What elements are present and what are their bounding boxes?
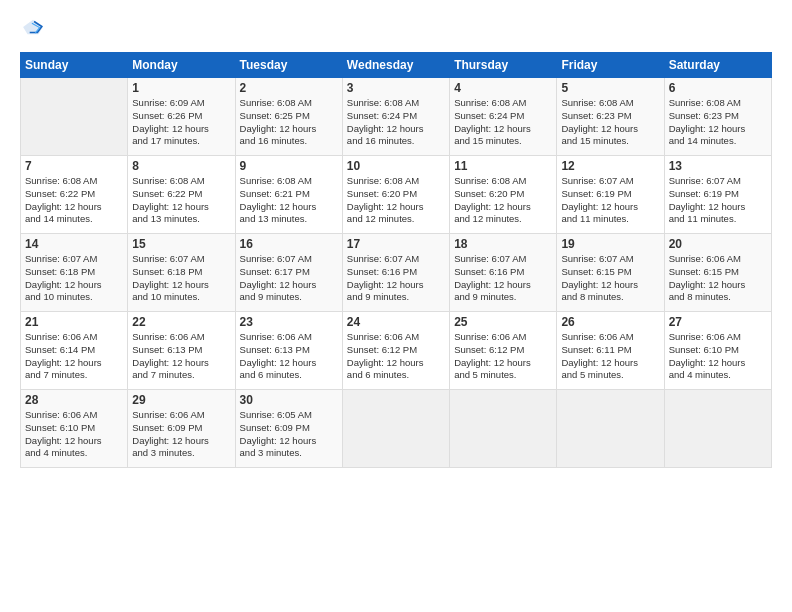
cell-content: Sunrise: 6:06 AMSunset: 6:10 PMDaylight:…: [669, 331, 767, 382]
calendar-cell: 14Sunrise: 6:07 AMSunset: 6:18 PMDayligh…: [21, 234, 128, 312]
cell-content: Sunrise: 6:06 AMSunset: 6:13 PMDaylight:…: [240, 331, 338, 382]
day-number: 19: [561, 237, 659, 251]
cell-content: Sunrise: 6:06 AMSunset: 6:09 PMDaylight:…: [132, 409, 230, 460]
calendar-cell: 2Sunrise: 6:08 AMSunset: 6:25 PMDaylight…: [235, 78, 342, 156]
calendar-cell: 4Sunrise: 6:08 AMSunset: 6:24 PMDaylight…: [450, 78, 557, 156]
calendar-cell: 30Sunrise: 6:05 AMSunset: 6:09 PMDayligh…: [235, 390, 342, 468]
calendar-cell: [21, 78, 128, 156]
calendar-cell: 29Sunrise: 6:06 AMSunset: 6:09 PMDayligh…: [128, 390, 235, 468]
day-number: 11: [454, 159, 552, 173]
day-number: 6: [669, 81, 767, 95]
cell-content: Sunrise: 6:06 AMSunset: 6:11 PMDaylight:…: [561, 331, 659, 382]
calendar-cell: 23Sunrise: 6:06 AMSunset: 6:13 PMDayligh…: [235, 312, 342, 390]
day-number: 16: [240, 237, 338, 251]
calendar-cell: 12Sunrise: 6:07 AMSunset: 6:19 PMDayligh…: [557, 156, 664, 234]
page-header: [20, 16, 772, 42]
calendar-week-1: 1Sunrise: 6:09 AMSunset: 6:26 PMDaylight…: [21, 78, 772, 156]
calendar-cell: 18Sunrise: 6:07 AMSunset: 6:16 PMDayligh…: [450, 234, 557, 312]
day-number: 4: [454, 81, 552, 95]
logo: [20, 16, 44, 42]
day-number: 3: [347, 81, 445, 95]
cell-content: Sunrise: 6:08 AMSunset: 6:23 PMDaylight:…: [669, 97, 767, 148]
day-number: 14: [25, 237, 123, 251]
calendar-table: Sunday Monday Tuesday Wednesday Thursday…: [20, 52, 772, 468]
cell-content: Sunrise: 6:08 AMSunset: 6:22 PMDaylight:…: [132, 175, 230, 226]
col-saturday: Saturday: [664, 53, 771, 78]
day-number: 15: [132, 237, 230, 251]
cell-content: Sunrise: 6:06 AMSunset: 6:12 PMDaylight:…: [454, 331, 552, 382]
calendar-cell: [450, 390, 557, 468]
calendar-week-4: 21Sunrise: 6:06 AMSunset: 6:14 PMDayligh…: [21, 312, 772, 390]
calendar-week-2: 7Sunrise: 6:08 AMSunset: 6:22 PMDaylight…: [21, 156, 772, 234]
day-number: 7: [25, 159, 123, 173]
day-number: 2: [240, 81, 338, 95]
cell-content: Sunrise: 6:05 AMSunset: 6:09 PMDaylight:…: [240, 409, 338, 460]
day-number: 24: [347, 315, 445, 329]
calendar-cell: 13Sunrise: 6:07 AMSunset: 6:19 PMDayligh…: [664, 156, 771, 234]
day-number: 13: [669, 159, 767, 173]
calendar-cell: 24Sunrise: 6:06 AMSunset: 6:12 PMDayligh…: [342, 312, 449, 390]
calendar-cell: 8Sunrise: 6:08 AMSunset: 6:22 PMDaylight…: [128, 156, 235, 234]
calendar-cell: [342, 390, 449, 468]
cell-content: Sunrise: 6:06 AMSunset: 6:10 PMDaylight:…: [25, 409, 123, 460]
calendar-body: 1Sunrise: 6:09 AMSunset: 6:26 PMDaylight…: [21, 78, 772, 468]
calendar-week-5: 28Sunrise: 6:06 AMSunset: 6:10 PMDayligh…: [21, 390, 772, 468]
col-sunday: Sunday: [21, 53, 128, 78]
day-number: 12: [561, 159, 659, 173]
cell-content: Sunrise: 6:09 AMSunset: 6:26 PMDaylight:…: [132, 97, 230, 148]
day-number: 10: [347, 159, 445, 173]
cell-content: Sunrise: 6:08 AMSunset: 6:22 PMDaylight:…: [25, 175, 123, 226]
calendar-cell: 20Sunrise: 6:06 AMSunset: 6:15 PMDayligh…: [664, 234, 771, 312]
cell-content: Sunrise: 6:08 AMSunset: 6:21 PMDaylight:…: [240, 175, 338, 226]
day-number: 22: [132, 315, 230, 329]
cell-content: Sunrise: 6:06 AMSunset: 6:14 PMDaylight:…: [25, 331, 123, 382]
calendar-cell: [557, 390, 664, 468]
cell-content: Sunrise: 6:07 AMSunset: 6:19 PMDaylight:…: [669, 175, 767, 226]
calendar-header: Sunday Monday Tuesday Wednesday Thursday…: [21, 53, 772, 78]
cell-content: Sunrise: 6:06 AMSunset: 6:12 PMDaylight:…: [347, 331, 445, 382]
col-thursday: Thursday: [450, 53, 557, 78]
calendar-cell: 16Sunrise: 6:07 AMSunset: 6:17 PMDayligh…: [235, 234, 342, 312]
col-monday: Monday: [128, 53, 235, 78]
cell-content: Sunrise: 6:07 AMSunset: 6:18 PMDaylight:…: [25, 253, 123, 304]
calendar-cell: 1Sunrise: 6:09 AMSunset: 6:26 PMDaylight…: [128, 78, 235, 156]
col-tuesday: Tuesday: [235, 53, 342, 78]
day-number: 28: [25, 393, 123, 407]
calendar-cell: 17Sunrise: 6:07 AMSunset: 6:16 PMDayligh…: [342, 234, 449, 312]
day-number: 5: [561, 81, 659, 95]
day-number: 25: [454, 315, 552, 329]
calendar-cell: 9Sunrise: 6:08 AMSunset: 6:21 PMDaylight…: [235, 156, 342, 234]
header-row: Sunday Monday Tuesday Wednesday Thursday…: [21, 53, 772, 78]
day-number: 21: [25, 315, 123, 329]
calendar-cell: 27Sunrise: 6:06 AMSunset: 6:10 PMDayligh…: [664, 312, 771, 390]
calendar-page: Sunday Monday Tuesday Wednesday Thursday…: [0, 0, 792, 612]
day-number: 9: [240, 159, 338, 173]
day-number: 29: [132, 393, 230, 407]
calendar-cell: 21Sunrise: 6:06 AMSunset: 6:14 PMDayligh…: [21, 312, 128, 390]
calendar-cell: 10Sunrise: 6:08 AMSunset: 6:20 PMDayligh…: [342, 156, 449, 234]
day-number: 1: [132, 81, 230, 95]
calendar-cell: 26Sunrise: 6:06 AMSunset: 6:11 PMDayligh…: [557, 312, 664, 390]
calendar-cell: 6Sunrise: 6:08 AMSunset: 6:23 PMDaylight…: [664, 78, 771, 156]
day-number: 27: [669, 315, 767, 329]
cell-content: Sunrise: 6:08 AMSunset: 6:20 PMDaylight:…: [347, 175, 445, 226]
day-number: 23: [240, 315, 338, 329]
cell-content: Sunrise: 6:07 AMSunset: 6:18 PMDaylight:…: [132, 253, 230, 304]
cell-content: Sunrise: 6:06 AMSunset: 6:13 PMDaylight:…: [132, 331, 230, 382]
day-number: 20: [669, 237, 767, 251]
logo-icon: [22, 16, 44, 38]
cell-content: Sunrise: 6:07 AMSunset: 6:19 PMDaylight:…: [561, 175, 659, 226]
day-number: 8: [132, 159, 230, 173]
calendar-cell: [664, 390, 771, 468]
cell-content: Sunrise: 6:07 AMSunset: 6:16 PMDaylight:…: [347, 253, 445, 304]
calendar-cell: 3Sunrise: 6:08 AMSunset: 6:24 PMDaylight…: [342, 78, 449, 156]
cell-content: Sunrise: 6:08 AMSunset: 6:24 PMDaylight:…: [347, 97, 445, 148]
cell-content: Sunrise: 6:06 AMSunset: 6:15 PMDaylight:…: [669, 253, 767, 304]
calendar-cell: 28Sunrise: 6:06 AMSunset: 6:10 PMDayligh…: [21, 390, 128, 468]
day-number: 30: [240, 393, 338, 407]
cell-content: Sunrise: 6:07 AMSunset: 6:15 PMDaylight:…: [561, 253, 659, 304]
cell-content: Sunrise: 6:07 AMSunset: 6:17 PMDaylight:…: [240, 253, 338, 304]
cell-content: Sunrise: 6:08 AMSunset: 6:20 PMDaylight:…: [454, 175, 552, 226]
cell-content: Sunrise: 6:08 AMSunset: 6:25 PMDaylight:…: [240, 97, 338, 148]
day-number: 17: [347, 237, 445, 251]
